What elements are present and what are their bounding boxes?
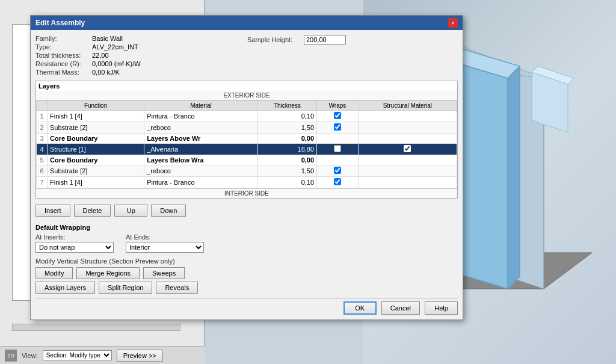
row-thickness-cell: 0,00 (257, 155, 316, 165)
help-button[interactable]: Help (425, 301, 458, 315)
row-structural-cell[interactable] (358, 111, 457, 122)
merge-regions-button[interactable]: Merge Regions (76, 267, 140, 279)
structural-checkbox[interactable] (404, 145, 411, 152)
row-wraps-cell[interactable] (317, 134, 359, 144)
svg-marker-9 (508, 66, 520, 289)
modify-buttons-row2: Assign Layers Split Region Reveals (35, 282, 458, 294)
row-thickness-cell: 0,10 (257, 111, 316, 122)
up-button[interactable]: Up (114, 205, 147, 217)
at-ends-label: At Ends: (126, 233, 204, 241)
table-row[interactable]: 6Substrate [2]_reboco1,50 (37, 165, 457, 177)
thermal-mass-value: 0,00 kJ/K (92, 69, 120, 76)
bottom-bar: 2D View: Section: Modify type Preview >> (0, 346, 205, 364)
row-wraps-cell[interactable] (317, 122, 359, 134)
interior-side-label: INTERIOR SIDE (36, 188, 457, 198)
table-row[interactable]: 3Core BoundaryLayers Above Wr0,00 (37, 134, 457, 144)
dialog-close-button[interactable]: × (448, 18, 458, 28)
split-region-button[interactable]: Split Region (99, 282, 152, 294)
type-row: Type: ALV_22cm_INT (35, 43, 246, 51)
row-wraps-cell[interactable] (317, 177, 359, 188)
total-thickness-label: Total thickness: (35, 52, 90, 59)
row-num-cell: 3 (37, 134, 48, 144)
delete-button[interactable]: Delete (74, 205, 111, 217)
view-label: View: (22, 352, 38, 359)
thermal-mass-row: Thermal Mass: 0,00 kJ/K (35, 69, 246, 76)
layer-action-buttons: Insert Delete Up Down (35, 202, 458, 219)
row-num-cell: 1 (37, 111, 48, 122)
thickness-row: Total thickness: 22,00 (35, 52, 246, 59)
table-row[interactable]: 5Core BoundaryLayers Below Wra0,00 (37, 155, 457, 165)
dialog-body: Family: Basic Wall Type: ALV_22cm_INT To… (31, 30, 463, 319)
sample-height-label: Sample Height: (247, 36, 301, 43)
dialog-title: Edit Assembly (35, 19, 85, 27)
family-label: Family: (35, 35, 90, 42)
at-inserts-select[interactable]: Do not wrap Exterior Interior Both (35, 242, 114, 253)
ok-button[interactable]: OK (343, 301, 377, 315)
reveals-button[interactable]: Reveals (156, 282, 198, 294)
col-structural-material: Structural Material (358, 101, 457, 111)
sweeps-button[interactable]: Sweeps (143, 267, 185, 279)
down-button[interactable]: Down (151, 205, 186, 217)
family-row: Family: Basic Wall (35, 35, 246, 42)
row-structural-cell[interactable] (358, 144, 457, 155)
thermal-mass-label: Thermal Mass: (35, 69, 90, 76)
row-thickness-cell: 0,00 (257, 134, 316, 144)
dialog-titlebar: Edit Assembly × (31, 16, 463, 30)
at-ends-select[interactable]: None Interior Exterior (126, 242, 204, 253)
wrapping-row: At Inserts: Do not wrap Exterior Interio… (35, 233, 458, 253)
row-material-cell: Pintura - Branco (144, 177, 258, 188)
type-label: Type: (35, 43, 90, 51)
row-num-cell: 6 (37, 165, 48, 177)
assign-layers-button[interactable]: Assign Layers (35, 282, 95, 294)
row-num-cell: 7 (37, 177, 48, 188)
row-thickness-cell: 0,10 (257, 177, 316, 188)
row-function-cell: Structure [1] (48, 144, 144, 155)
cancel-button[interactable]: Cancel (381, 301, 420, 315)
type-value: ALV_22cm_INT (92, 43, 138, 51)
row-material-cell: Layers Above Wr (144, 134, 258, 144)
modify-buttons-row1: Modify Merge Regions Sweeps (35, 267, 458, 279)
row-wraps-cell[interactable] (317, 165, 359, 177)
col-wraps: Wraps (317, 101, 359, 111)
row-wraps-cell[interactable] (317, 111, 359, 122)
row-material-cell: Pintura - Branco (144, 111, 258, 122)
table-row[interactable]: 7Finish 1 [4]Pintura - Branco0,10 (37, 177, 457, 188)
insert-button[interactable]: Insert (35, 205, 70, 217)
row-function-cell: Substrate [2] (48, 122, 144, 134)
row-material-cell: _Alvenaria (144, 144, 258, 155)
layers-table: Function Material Thickness Wraps Struct… (36, 100, 457, 188)
preview-button[interactable]: Preview >> (117, 350, 163, 362)
row-structural-cell[interactable] (358, 155, 457, 165)
row-num-cell: 4 (37, 144, 48, 155)
row-structural-cell[interactable] (358, 122, 457, 134)
row-wraps-cell[interactable] (317, 155, 359, 165)
wraps-checkbox[interactable] (334, 123, 341, 131)
sample-height-input[interactable] (304, 35, 346, 45)
row-wraps-cell[interactable] (317, 144, 359, 155)
wraps-checkbox[interactable] (334, 167, 341, 174)
row-structural-cell[interactable] (358, 165, 457, 177)
resistance-value: 0,0000 (m²·K)/W (92, 60, 141, 67)
total-thickness-value: 22,00 (92, 52, 109, 59)
row-structural-cell[interactable] (358, 134, 457, 144)
table-row[interactable]: 2Substrate [2]_reboco1,50 (37, 122, 457, 134)
info-right: Sample Height: (247, 35, 458, 76)
row-material-cell: _reboco (144, 165, 258, 177)
info-left: Family: Basic Wall Type: ALV_22cm_INT To… (35, 35, 246, 76)
modify-button[interactable]: Modify (35, 267, 73, 279)
row-thickness-cell: 18,80 (257, 144, 316, 155)
layers-label: Layers (36, 81, 457, 91)
section-scrollbar[interactable] (12, 324, 180, 331)
table-row[interactable]: 1Finish 1 [4]Pintura - Branco0,10 (37, 111, 457, 122)
exterior-side-label: EXTERIOR SIDE (36, 91, 457, 100)
table-row[interactable]: 4Structure [1]_Alvenaria18,80 (37, 144, 457, 155)
wraps-checkbox[interactable] (334, 112, 341, 119)
row-structural-cell[interactable] (358, 177, 457, 188)
dialog-bottom-buttons: OK Cancel Help (35, 298, 458, 315)
view-select[interactable]: Section: Modify type (43, 350, 112, 360)
at-inserts-label: At Inserts: (35, 233, 114, 241)
resistance-row: Resistance (R): 0,0000 (m²·K)/W (35, 60, 246, 67)
wraps-checkbox[interactable] (334, 145, 341, 152)
row-function-cell: Finish 1 [4] (48, 177, 144, 188)
wraps-checkbox[interactable] (334, 178, 341, 185)
